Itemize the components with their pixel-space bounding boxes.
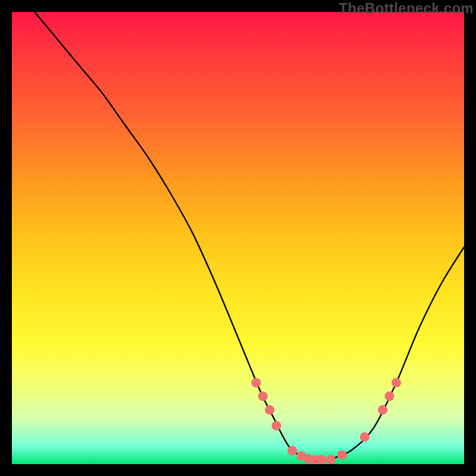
data-point	[360, 432, 369, 441]
data-point	[385, 392, 394, 401]
data-point	[378, 405, 387, 415]
data-point	[326, 455, 336, 464]
data-point	[317, 455, 327, 464]
plot-area	[12, 12, 464, 464]
data-point	[265, 405, 274, 415]
data-point	[251, 378, 261, 387]
data-point	[287, 446, 297, 455]
data-point	[392, 378, 401, 387]
data-point	[272, 421, 281, 430]
data-point	[258, 392, 268, 401]
chart-svg	[12, 12, 464, 464]
bottleneck-curve	[35, 12, 464, 461]
watermark-text: TheBottleneck.com	[339, 0, 474, 17]
chart-frame	[12, 12, 464, 464]
data-point	[337, 450, 347, 460]
